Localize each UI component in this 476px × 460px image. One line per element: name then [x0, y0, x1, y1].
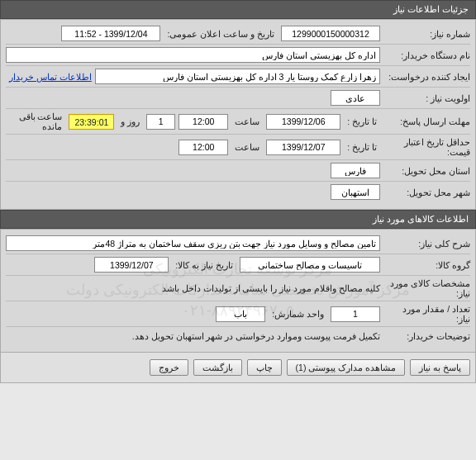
exit-button[interactable]: خروج	[150, 359, 188, 376]
value-goods-spec: کلیه مصالح واقلام مورد نیاز را بایستی از…	[6, 282, 380, 295]
row-need-number: شماره نیاز: تاریخ و ساعت اعلان عمومی:	[6, 23, 470, 45]
row-goods-spec: مشخصات کالای مورد نیاز: کلیه مصالح واقلا…	[6, 276, 470, 301]
label-unit: واحد شمارش:	[269, 309, 327, 319]
input-validity-time[interactable]	[178, 140, 228, 155]
label-validity: حداقل تاریخ اعتبار قیمت:	[383, 137, 470, 157]
contact-info-link[interactable]: اطلاعات تماس خریدار	[6, 72, 92, 82]
input-priority[interactable]	[331, 90, 380, 106]
label-goods-group: گروه کالا:	[383, 260, 470, 270]
input-deadline-date[interactable]	[266, 114, 340, 130]
input-buyer-org[interactable]	[6, 47, 380, 63]
label-province: استان محل تحویل:	[383, 166, 470, 176]
row-province: استان محل تحویل:	[6, 160, 470, 182]
input-city[interactable]	[331, 184, 380, 200]
section1-header: جزئیات اطلاعات نیاز	[0, 0, 476, 19]
row-creator: ایجاد کننده درخواست: اطلاعات تماس خریدار	[6, 66, 470, 88]
input-goods-group[interactable]	[240, 257, 380, 273]
label-creator: ایجاد کننده درخواست:	[383, 72, 470, 82]
input-qty[interactable]	[331, 306, 380, 322]
input-deadline-time[interactable]	[178, 114, 228, 130]
label-priority: اولویت نیاز :	[383, 93, 470, 103]
row-buyer-notes: توضیحات خریدار: تکمیل فرمت پیوست وموارد …	[6, 327, 470, 345]
row-goods-group: گروه کالا: تاریخ نیاز به کالا:	[6, 254, 470, 276]
input-need-number[interactable]	[281, 26, 380, 41]
row-priority: اولویت نیاز :	[6, 88, 470, 109]
label-day-and: روز و	[117, 116, 143, 126]
label-need-number: شماره نیاز:	[383, 29, 470, 39]
label-city: شهر محل تحویل:	[383, 187, 470, 197]
input-need-until-date[interactable]	[94, 257, 169, 273]
countdown-timer: 23:39:01	[69, 114, 114, 130]
print-button[interactable]: چاپ	[247, 359, 282, 376]
button-bar: پاسخ به نیاز مشاهده مدارک پیوستی (1) چاپ…	[0, 353, 476, 383]
value-buyer-notes: تکمیل فرمت پیوست وموارد درخواستی در شهر …	[6, 330, 380, 343]
label-time-2: ساعت	[231, 142, 263, 152]
label-until-date-2: تا تاریخ :	[344, 142, 380, 152]
row-buyer-org: نام دستگاه خریدار:	[6, 45, 470, 66]
back-button[interactable]: بازگشت	[193, 359, 242, 376]
row-validity: حداقل تاریخ اعتبار قیمت: تا تاریخ : ساعت	[6, 135, 470, 160]
row-qty: تعداد / مقدار مورد نیاز: واحد شمارش:	[6, 301, 470, 327]
input-days-remaining[interactable]	[146, 114, 175, 130]
label-qty: تعداد / مقدار مورد نیاز:	[383, 304, 470, 324]
input-public-datetime[interactable]	[61, 26, 160, 41]
need-info-panel: شماره نیاز: تاریخ و ساعت اعلان عمومی: نا…	[0, 19, 476, 210]
label-deadline: مهلت ارسال پاسخ:	[383, 116, 470, 126]
label-goods-spec: مشخصات کالای مورد نیاز:	[383, 278, 470, 298]
row-city: شهر محل تحویل:	[6, 182, 470, 202]
label-until-date-1: تا تاریخ :	[344, 116, 380, 126]
label-general-desc: شرح کلی نیاز:	[383, 239, 470, 249]
respond-button[interactable]: پاسخ به نیاز	[410, 359, 470, 376]
label-time-1: ساعت	[231, 116, 263, 126]
input-validity-date[interactable]	[266, 140, 340, 155]
label-need-until-date: تاریخ نیاز به کالا:	[172, 260, 236, 270]
input-unit[interactable]	[216, 306, 265, 322]
row-deadline: مهلت ارسال پاسخ: تا تاریخ : ساعت روز و 2…	[6, 109, 470, 135]
row-general-desc: شرح کلی نیاز:	[6, 233, 470, 254]
input-general-desc[interactable]	[6, 235, 380, 251]
label-remaining: ساعت باقی مانده	[6, 111, 65, 131]
label-public-datetime: تاریخ و ساعت اعلان عمومی:	[164, 29, 278, 39]
section2-header: اطلاعات کالاهای مورد نیاز	[0, 210, 476, 229]
input-province[interactable]	[331, 163, 380, 178]
attachments-button[interactable]: مشاهده مدارک پیوستی (1)	[287, 359, 406, 376]
label-buyer-notes: توضیحات خریدار:	[383, 331, 470, 341]
input-creator[interactable]	[95, 69, 380, 84]
goods-info-panel: مرکز توسعه تجارت الکترونیکی مرکز آموزش ت…	[0, 229, 476, 353]
label-buyer-org: نام دستگاه خریدار:	[383, 50, 470, 60]
